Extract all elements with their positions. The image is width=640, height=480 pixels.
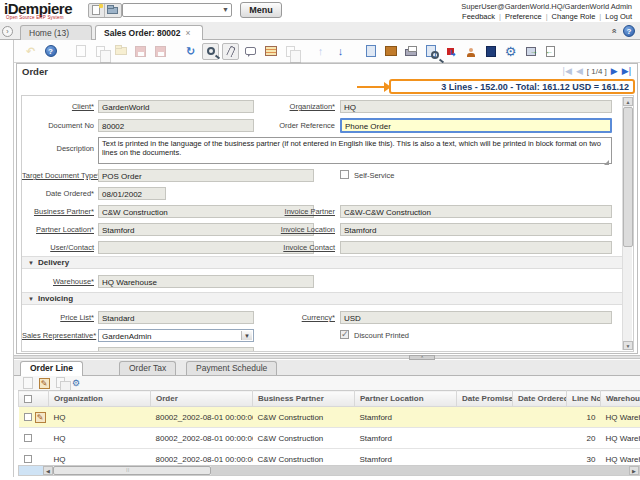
print-icon[interactable]	[402, 43, 419, 60]
invoice-contact-label[interactable]: Invoice Contact	[250, 243, 335, 252]
tab-order-line[interactable]: Order Line	[20, 361, 83, 376]
organization-label[interactable]: Organization*	[250, 102, 335, 111]
customize-grid-icon[interactable]: ✎	[38, 377, 50, 389]
refresh-icon[interactable]: ↻	[182, 43, 199, 60]
request-icon[interactable]	[462, 43, 479, 60]
find-icon[interactable]	[202, 43, 219, 60]
edit-row-icon[interactable]: ✎	[35, 412, 46, 423]
next-record-icon[interactable]: ▶	[611, 66, 618, 76]
row-checkbox[interactable]	[24, 413, 32, 421]
section-delivery[interactable]: ▼Delivery	[22, 256, 622, 269]
self-service-checkbox[interactable]	[340, 170, 349, 179]
col-order[interactable]: Order	[151, 391, 253, 407]
close-tab-icon[interactable]: ×	[186, 28, 191, 38]
expand-sidebar-icon[interactable]: ›	[2, 26, 13, 37]
scroll-up-icon[interactable]: ▲	[623, 97, 633, 106]
col-partner-location[interactable]: Partner Location	[355, 391, 457, 407]
price-list-label[interactable]: Price List*	[22, 313, 94, 322]
scroll-down-icon[interactable]: ▼	[623, 341, 633, 350]
history-icon[interactable]	[282, 43, 299, 60]
collapse-header-icon[interactable]: »	[608, 28, 618, 33]
print-preview-icon[interactable]	[422, 43, 439, 60]
scroll-right-icon[interactable]: ▶	[629, 466, 639, 475]
select-all-header[interactable]	[19, 391, 49, 407]
select-all-checkbox[interactable]	[24, 395, 32, 403]
client-field[interactable]: GardenWorld	[98, 100, 254, 113]
chevron-down-icon[interactable]: ▼	[241, 331, 252, 340]
product-info-icon[interactable]	[482, 43, 499, 60]
col-organization[interactable]: Organization	[49, 391, 151, 407]
save-and-create-icon[interactable]	[152, 43, 169, 60]
organization-field[interactable]: HQ	[340, 100, 612, 113]
client-label[interactable]: Client*	[22, 102, 94, 111]
grid-toggle-icon[interactable]	[262, 43, 279, 60]
form-vertical-scrollbar[interactable]: ▲ ▼	[622, 97, 632, 350]
global-search-input[interactable]: ▼	[122, 3, 232, 17]
invoice-location-field[interactable]: Stamford	[340, 223, 612, 236]
payment-rule-field[interactable]: Cash	[98, 347, 254, 352]
warehouse-field[interactable]: HQ Warehouse	[98, 275, 314, 288]
change-role-link[interactable]: Change Role	[552, 12, 596, 21]
row-checkbox[interactable]	[24, 434, 32, 442]
col-business-partner[interactable]: Business Partner	[253, 391, 355, 407]
scrollbar-thumb[interactable]	[623, 107, 633, 247]
date-ordered-field[interactable]: 08/01/2002	[98, 187, 166, 200]
row-select-cell[interactable]: ✎	[19, 407, 49, 428]
folder-icon[interactable]	[105, 4, 121, 17]
process-line-icon[interactable]: ⚙	[70, 377, 82, 389]
tab-payment-schedule[interactable]: Payment Schedule	[186, 361, 277, 375]
help-icon[interactable]: ?	[623, 25, 635, 37]
price-list-field[interactable]: Standard	[98, 311, 254, 324]
payment-rule-label[interactable]: Payment Rule*	[22, 349, 94, 352]
collapsed-west-panel[interactable]	[0, 40, 14, 477]
pane-splitter[interactable]: ⌃	[14, 355, 640, 359]
discount-printed-checkbox[interactable]	[340, 330, 349, 339]
new-line-icon[interactable]	[22, 377, 34, 389]
target-document-type-field[interactable]: POS Order	[98, 169, 314, 182]
col-line-no[interactable]: Line No	[567, 391, 601, 407]
delete-line-icon[interactable]	[54, 377, 66, 389]
ignore-icon[interactable]: ↶	[22, 43, 39, 60]
parent-record-icon[interactable]: ↑	[312, 43, 329, 60]
report-icon[interactable]	[362, 43, 379, 60]
first-record-icon[interactable]: |◀	[563, 66, 572, 76]
new-window-icon[interactable]	[89, 4, 105, 17]
currency-field[interactable]: USD	[340, 311, 612, 324]
feedback-link[interactable]: Feedback	[462, 12, 495, 21]
table-row[interactable]: ✎ HQ 80002_2002-08-01 00:00:00 C&W Const…	[19, 407, 640, 428]
scrollbar-track[interactable]	[211, 466, 631, 475]
preference-link[interactable]: Preference	[505, 12, 542, 21]
copy-record-icon[interactable]	[92, 43, 109, 60]
col-date-promised[interactable]: Date Promised	[457, 391, 513, 407]
invoice-partner-field[interactable]: C&W-C&W Construction	[340, 205, 612, 218]
process-icon[interactable]: ⚙	[502, 43, 519, 60]
last-record-icon[interactable]: ▶|	[622, 66, 631, 76]
new-record-icon[interactable]	[72, 43, 89, 60]
chevron-down-icon[interactable]: ▼	[222, 6, 229, 13]
description-field[interactable]: Text is printed in the language of the b…	[98, 137, 612, 164]
row-select-cell[interactable]	[19, 428, 49, 449]
zoom-across-icon[interactable]	[442, 43, 459, 60]
invoice-contact-field[interactable]	[340, 241, 612, 254]
chat-icon[interactable]	[242, 43, 259, 60]
end-icon[interactable]	[542, 43, 559, 60]
sales-representative-label[interactable]: Sales Representative*	[22, 331, 94, 340]
save-icon[interactable]	[132, 43, 149, 60]
help-toolbar-icon[interactable]: ?	[42, 43, 59, 60]
table-horizontal-scrollbar[interactable]: ◀ ▶	[18, 465, 640, 476]
scroll-left-icon[interactable]: ◀	[43, 466, 53, 475]
sales-representative-field[interactable]: GardenAdmin▼	[98, 329, 254, 342]
user-contact-label[interactable]: User/Contact	[22, 243, 94, 252]
logout-link[interactable]: Log Out	[605, 12, 632, 21]
invoice-partner-label[interactable]: Invoice Partner	[250, 207, 335, 216]
col-warehouse[interactable]: Warehouse	[601, 391, 640, 407]
textarea-resize-grip[interactable]	[604, 160, 609, 165]
document-no-field[interactable]: 80002	[98, 119, 254, 132]
col-date-ordered[interactable]: Date Ordered	[513, 391, 567, 407]
menu-button[interactable]: Menu	[240, 2, 282, 18]
detail-record-icon[interactable]: ↓	[332, 43, 349, 60]
attachment-icon[interactable]	[222, 43, 239, 60]
tab-order-tax[interactable]: Order Tax	[119, 361, 176, 375]
table-row[interactable]: HQ 80002_2002-08-01 00:00:00 C&W Constru…	[19, 428, 640, 449]
currency-label[interactable]: Currency*	[250, 313, 335, 322]
